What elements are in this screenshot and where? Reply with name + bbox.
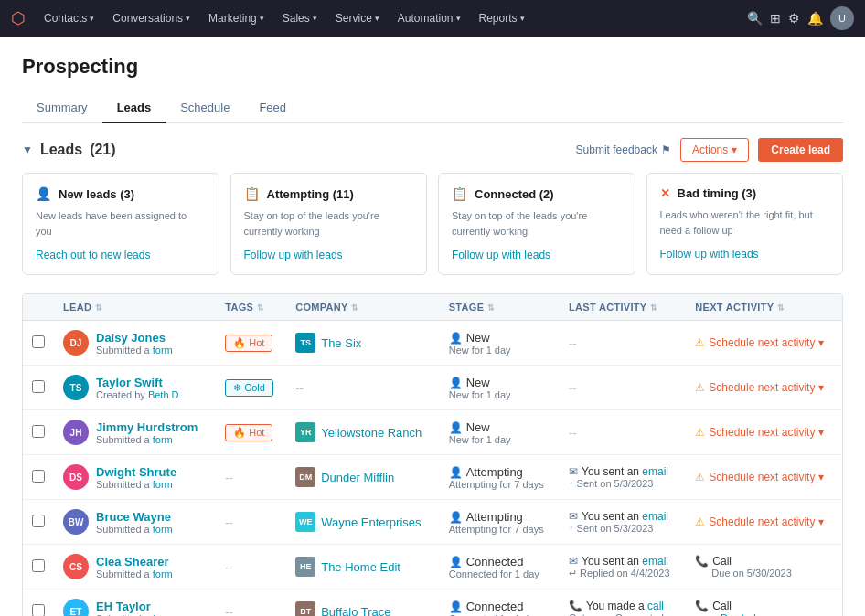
stage-icon: 👤 bbox=[449, 511, 463, 524]
form-link[interactable]: form bbox=[153, 613, 173, 617]
company-avatar: DM bbox=[295, 467, 315, 487]
nav-automation[interactable]: Automation ▾ bbox=[390, 8, 468, 28]
table-row: DS Dwight Shrute Submitted a form -- DM … bbox=[23, 455, 842, 500]
stage-name: Connected bbox=[466, 600, 524, 613]
tab-leads[interactable]: Leads bbox=[102, 93, 166, 123]
lead-avatar: BW bbox=[63, 509, 89, 535]
page-content: Prospecting Summary Leads Schedule Feed … bbox=[0, 37, 865, 616]
column-last-activity[interactable]: LAST ACTIVITY ⇅ bbox=[560, 294, 686, 321]
stage-info: 👤Attempting Attempting for 7 days bbox=[449, 465, 550, 490]
card-attempting-link[interactable]: Follow up with leads bbox=[244, 249, 343, 261]
dropdown-icon[interactable]: ▾ bbox=[818, 471, 824, 483]
grid-icon[interactable]: ⊞ bbox=[770, 11, 781, 26]
schedule-activity-link[interactable]: Schedule next activity bbox=[709, 381, 815, 394]
lead-tag[interactable]: 🔥 Hot bbox=[225, 335, 272, 352]
lead-name[interactable]: Bruce Wayne bbox=[96, 510, 173, 524]
actions-button[interactable]: Actions ▾ bbox=[680, 138, 749, 162]
connected-icon: 📋 bbox=[452, 186, 467, 201]
company-name[interactable]: Buffalo Trace bbox=[321, 605, 390, 617]
stage-name: New bbox=[466, 376, 490, 389]
column-next-activity[interactable]: NEXT ACTIVITY ⇅ bbox=[686, 294, 842, 321]
lead-name[interactable]: Daisy Jones bbox=[96, 331, 173, 345]
no-last-activity: -- bbox=[569, 426, 577, 440]
schedule-activity-link[interactable]: Schedule next activity bbox=[709, 426, 815, 439]
form-link[interactable]: form bbox=[153, 479, 173, 490]
nav-reports[interactable]: Reports ▾ bbox=[472, 8, 532, 28]
no-last-activity: -- bbox=[569, 381, 577, 395]
column-lead[interactable]: LEAD ⇅ bbox=[54, 294, 216, 321]
phone-icon: 📞 bbox=[695, 600, 709, 612]
lead-tag[interactable]: ❄ Cold bbox=[225, 379, 273, 397]
leads-count: (21) bbox=[90, 142, 115, 158]
submit-feedback-button[interactable]: Submit feedback ⚑ bbox=[576, 143, 671, 156]
dropdown-icon[interactable]: ▾ bbox=[818, 381, 824, 394]
last-activity-info: 📞 You made a call Outcome: Connected bbox=[569, 600, 677, 616]
row-checkbox[interactable] bbox=[32, 559, 45, 572]
checkbox-column bbox=[23, 294, 54, 321]
table-row: ET EH Taylor Submitted a form -- BT Buff… bbox=[23, 589, 842, 617]
lead-name[interactable]: Dwight Shrute bbox=[96, 465, 176, 479]
nav-sales[interactable]: Sales ▾ bbox=[275, 8, 325, 28]
lead-details: Taylor Swift Created by Beth D. bbox=[96, 376, 182, 400]
row-checkbox[interactable] bbox=[32, 425, 45, 438]
next-activity-label: Call bbox=[712, 600, 732, 612]
collapse-icon[interactable]: ▼ bbox=[22, 143, 33, 156]
lead-details: Clea Shearer Submitted a form bbox=[96, 555, 173, 579]
form-link[interactable]: form bbox=[153, 345, 173, 356]
nav-marketing[interactable]: Marketing ▾ bbox=[201, 8, 272, 28]
stage-sub: Connected for 1 day bbox=[449, 568, 550, 579]
row-checkbox[interactable] bbox=[32, 470, 45, 483]
row-checkbox[interactable] bbox=[32, 335, 45, 348]
last-activity-info: ✉ You sent an email ↵ Replied on 4/4/202… bbox=[569, 555, 677, 579]
company-info: HE The Home Edit bbox=[295, 557, 431, 577]
company-name[interactable]: Wayne Enterprises bbox=[321, 515, 421, 529]
dropdown-icon[interactable]: ▾ bbox=[818, 426, 824, 439]
card-connected-link[interactable]: Follow up with leads bbox=[452, 249, 550, 261]
create-lead-button[interactable]: Create lead bbox=[758, 138, 843, 162]
row-checkbox[interactable] bbox=[32, 380, 45, 393]
card-new-leads-link[interactable]: Reach out to new leads bbox=[36, 249, 150, 261]
nav-service[interactable]: Service ▾ bbox=[328, 8, 387, 28]
column-tags[interactable]: TAGS ⇅ bbox=[216, 294, 286, 321]
company-name[interactable]: The Six bbox=[321, 336, 361, 350]
schedule-activity-link[interactable]: Schedule next activity bbox=[709, 515, 815, 528]
tab-summary[interactable]: Summary bbox=[22, 93, 102, 123]
lead-tag[interactable]: 🔥 Hot bbox=[225, 424, 272, 441]
row-checkbox[interactable] bbox=[32, 604, 45, 617]
schedule-activity-link[interactable]: Schedule next activity bbox=[709, 336, 815, 349]
nav-conversations[interactable]: Conversations ▾ bbox=[105, 8, 198, 28]
last-activity-text: You made a call bbox=[586, 600, 664, 612]
company-name[interactable]: The Home Edit bbox=[321, 560, 400, 574]
column-stage[interactable]: STAGE ⇅ bbox=[440, 294, 560, 321]
company-name[interactable]: Yellowstone Ranch bbox=[321, 426, 422, 440]
row-checkbox[interactable] bbox=[32, 515, 45, 527]
column-company[interactable]: COMPANY ⇅ bbox=[286, 294, 440, 321]
form-link[interactable]: form bbox=[153, 434, 173, 445]
company-avatar: TS bbox=[295, 333, 315, 353]
lead-name[interactable]: EH Taylor bbox=[96, 600, 173, 613]
nav-contacts[interactable]: Contacts ▾ bbox=[37, 8, 101, 28]
user-avatar[interactable]: U bbox=[830, 6, 854, 30]
form-link[interactable]: form bbox=[153, 524, 173, 535]
form-link[interactable]: form bbox=[153, 568, 173, 579]
hubspot-logo[interactable]: ⬡ bbox=[11, 8, 26, 28]
stage-info: 👤Connected Connected for 1 day bbox=[449, 555, 550, 579]
card-connected-desc: Stay on top of the leads you're currentl… bbox=[452, 208, 622, 239]
table-row: DJ Daisy Jones Submitted a form 🔥 Hot TS… bbox=[23, 321, 842, 366]
schedule-activity-link[interactable]: Schedule next activity bbox=[709, 471, 815, 483]
lead-name[interactable]: Taylor Swift bbox=[96, 376, 182, 389]
bell-icon[interactable]: 🔔 bbox=[807, 11, 823, 26]
card-bad-timing-link[interactable]: Follow up with leads bbox=[660, 248, 759, 260]
settings-icon[interactable]: ⚙ bbox=[788, 11, 800, 26]
lead-sub: Submitted a form bbox=[96, 434, 198, 445]
creator-link[interactable]: Beth D. bbox=[148, 389, 182, 400]
dropdown-icon[interactable]: ▾ bbox=[818, 336, 824, 349]
lead-name[interactable]: Jimmy Hurdstrom bbox=[96, 420, 198, 434]
dropdown-icon[interactable]: ▾ bbox=[818, 515, 824, 528]
tab-feed[interactable]: Feed bbox=[244, 93, 301, 123]
tab-schedule[interactable]: Schedule bbox=[166, 93, 244, 123]
company-name[interactable]: Dunder Mifflin bbox=[321, 471, 394, 484]
lead-name[interactable]: Clea Shearer bbox=[96, 555, 173, 568]
warning-icon: ⚠ bbox=[695, 426, 705, 439]
search-icon[interactable]: 🔍 bbox=[747, 11, 763, 26]
